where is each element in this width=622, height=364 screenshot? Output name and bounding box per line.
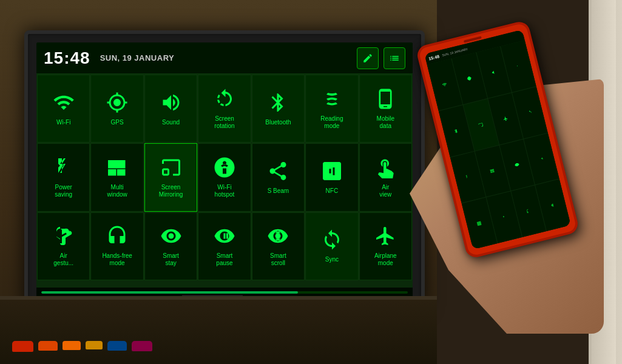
- tile-screen-mirroring[interactable]: ScreenMirroring: [144, 143, 197, 211]
- clock-display: 15:48: [44, 49, 90, 68]
- toy-car-2: [38, 341, 58, 351]
- progress-track: [41, 291, 408, 294]
- tile-bluetooth[interactable]: Bluetooth: [252, 75, 305, 143]
- smart-stay-label: Smartstay: [163, 252, 179, 267]
- toy-cars: [12, 341, 152, 352]
- handsfree-label: Hands-freemode: [102, 252, 132, 267]
- tile-air-gesture[interactable]: Airgestu...: [37, 212, 90, 280]
- toy-car-5: [107, 341, 127, 351]
- quick-settings-grid: Wi-Fi GPS Sound: [36, 74, 413, 288]
- s-beam-label: S Beam: [268, 187, 289, 195]
- bluetooth-label: Bluetooth: [265, 119, 291, 126]
- android-panel: 15:48 SUN, 19 JANUARY: [36, 42, 413, 297]
- tile-screen-rotation[interactable]: Screenrotation: [198, 75, 251, 143]
- wifi-hotspot-label: Wi-Fihotspot: [215, 184, 235, 198]
- header-bar: 15:48 SUN, 19 JANUARY: [36, 42, 413, 74]
- tv-screen: 15:48 SUN, 19 JANUARY: [36, 42, 413, 297]
- wifi-label: Wi-Fi: [56, 119, 70, 126]
- air-gesture-icon: [53, 225, 75, 250]
- multi-window-icon: [106, 157, 128, 181]
- tile-handsfree[interactable]: Hands-freemode: [90, 212, 143, 280]
- tile-sound[interactable]: Sound: [144, 75, 197, 143]
- sound-label: Sound: [162, 119, 180, 126]
- screen-rotation-label: Screenrotation: [214, 115, 234, 130]
- toy-car-3: [63, 341, 81, 350]
- tile-wifi-hotspot[interactable]: Wi-Fihotspot: [198, 143, 251, 211]
- reading-icon: [321, 88, 343, 113]
- shelf-edge: [0, 296, 437, 300]
- smart-pause-label: Smartpause: [216, 252, 232, 267]
- gps-label: GPS: [111, 119, 124, 126]
- smart-pause-icon: [214, 225, 235, 250]
- tile-nfc[interactable]: NFC: [305, 143, 358, 211]
- tile-sync[interactable]: Sync: [305, 212, 358, 280]
- wifi-hotspot-icon: [214, 157, 235, 181]
- handsfree-icon: [106, 225, 128, 250]
- air-gesture-label: Airgestu...: [53, 252, 73, 267]
- tile-reading-mode[interactable]: Readingmode: [305, 75, 358, 143]
- gps-icon: [106, 92, 128, 116]
- nfc-label: NFC: [326, 187, 339, 195]
- phone-time: 15:48: [428, 54, 439, 61]
- hand-phone-container: 15:48 SUN, 19 JANUARY: [373, 18, 604, 334]
- smart-scroll-icon: [267, 225, 289, 250]
- toy-car-4: [86, 341, 103, 349]
- smart-stay-icon: [160, 225, 182, 250]
- wifi-icon: [53, 92, 75, 116]
- screen-mirroring-label: ScreenMirroring: [159, 184, 183, 198]
- date-display: SUN, 19 JANUARY: [100, 53, 175, 62]
- reading-mode-label: Readingmode: [320, 115, 343, 130]
- bluetooth-icon: [267, 92, 289, 116]
- s-beam-icon: [267, 160, 289, 185]
- sound-icon: [160, 92, 182, 116]
- power-saving-label: Powersaving: [55, 184, 72, 198]
- multi-window-label: Multiwindow: [107, 184, 127, 198]
- sync-icon: [321, 229, 343, 254]
- progress-fill: [41, 291, 298, 294]
- rotation-icon: [214, 88, 235, 113]
- tile-smart-stay[interactable]: Smartstay: [144, 212, 197, 280]
- sync-label: Sync: [325, 256, 339, 263]
- toy-car-1: [12, 341, 33, 352]
- tile-wifi[interactable]: Wi-Fi: [37, 75, 90, 143]
- nfc-icon: [321, 160, 343, 185]
- toy-car-6: [132, 341, 152, 351]
- tile-gps[interactable]: GPS: [90, 75, 143, 143]
- furniture-shelf: [0, 296, 437, 364]
- tv-body: 15:48 SUN, 19 JANUARY: [24, 30, 425, 309]
- tile-smart-pause[interactable]: Smartpause: [198, 212, 251, 280]
- tile-s-beam[interactable]: S Beam: [252, 143, 305, 211]
- tile-power-saving[interactable]: Powersaving: [37, 143, 90, 211]
- smart-scroll-label: Smartscroll: [270, 252, 286, 267]
- tile-smart-scroll[interactable]: Smartscroll: [252, 212, 305, 280]
- power-saving-icon: [53, 157, 75, 181]
- screen-mirroring-icon: [160, 157, 182, 181]
- tile-multi-window[interactable]: Multiwindow: [90, 143, 143, 211]
